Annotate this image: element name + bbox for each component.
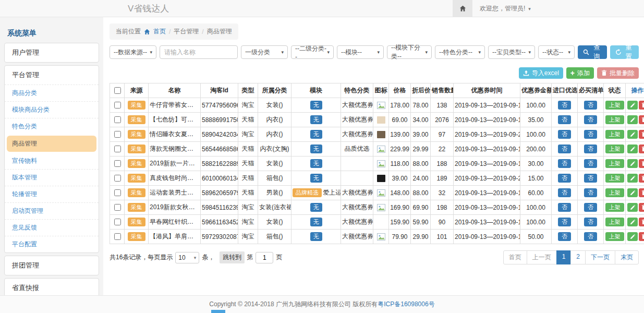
reset-button[interactable]: 重置 [610, 45, 639, 59]
filter-select[interactable]: --模块--▾ [337, 45, 384, 59]
delete-button[interactable] [639, 145, 644, 153]
import-select-toggle[interactable]: 否 [558, 188, 571, 197]
sidebar-group-label[interactable]: 省直快报 [5, 279, 99, 295]
select-all-checkbox[interactable] [114, 87, 121, 94]
edit-button[interactable] [627, 203, 638, 212]
page-button[interactable]: 1 [556, 250, 572, 264]
delete-button[interactable] [639, 159, 644, 168]
row-checkbox[interactable] [114, 219, 121, 225]
search-button[interactable]: 查询 [578, 45, 607, 59]
sidebar-subitem[interactable]: 宣传物料 [5, 153, 99, 169]
status-button[interactable]: 上架 [605, 145, 624, 153]
row-checkbox[interactable] [114, 233, 121, 240]
sidebar-subitem[interactable]: 启动页管理 [5, 202, 99, 219]
import-select-toggle[interactable]: 否 [558, 203, 571, 212]
filter-select[interactable]: --特色分类--▾ [435, 45, 485, 59]
delete-button[interactable] [639, 174, 644, 183]
add-button[interactable]: + 添加 [566, 67, 594, 79]
edit-button[interactable] [627, 218, 638, 226]
must-buy-toggle[interactable]: 否 [584, 218, 597, 226]
filter-select[interactable]: --二级分类--▾ [291, 45, 334, 59]
page-number-input[interactable] [256, 252, 273, 263]
icp-link[interactable]: 粤ICP备16098006号 [378, 300, 434, 309]
sidebar-subitem[interactable]: 轮播管理 [5, 186, 99, 202]
must-buy-toggle[interactable]: 否 [584, 203, 597, 212]
page-button[interactable]: 首页 [503, 250, 527, 264]
status-button[interactable]: 上架 [605, 232, 624, 241]
import-select-toggle[interactable]: 否 [558, 130, 571, 139]
filter-select[interactable]: 一级分类▾ [241, 45, 288, 59]
filter-select[interactable]: --数据来源--▾ [110, 45, 156, 59]
status-button[interactable]: 上架 [605, 159, 624, 168]
name-search-input[interactable] [160, 45, 238, 59]
sidebar-subitem[interactable]: 商品管理 [7, 136, 96, 152]
filter-select[interactable]: --宝贝类型--▾ [488, 45, 535, 59]
edit-button[interactable] [627, 159, 638, 168]
status-button[interactable]: 上架 [605, 174, 624, 183]
home-button[interactable] [453, 0, 472, 17]
breadcrumb-home-link[interactable]: 首页 [153, 27, 166, 36]
per-page-select[interactable]: 10 ▾ [175, 252, 199, 263]
must-buy-toggle[interactable]: 否 [584, 159, 597, 168]
edit-button[interactable] [627, 174, 638, 183]
sidebar-subitem[interactable]: 意见反馈 [5, 219, 99, 236]
row-checkbox[interactable] [114, 175, 121, 182]
edit-button[interactable] [627, 145, 638, 153]
edit-button[interactable] [627, 188, 638, 197]
row-checkbox[interactable] [114, 204, 121, 211]
row-checkbox[interactable] [114, 146, 121, 152]
must-buy-toggle[interactable]: 否 [584, 101, 597, 110]
sidebar-group-label[interactable]: 用户管理 [5, 43, 99, 62]
import-select-toggle[interactable]: 否 [558, 159, 571, 168]
delete-button[interactable] [639, 130, 644, 139]
page-button[interactable]: 下一页 [585, 250, 615, 264]
filter-select[interactable]: --状态--▾ [538, 45, 575, 59]
sidebar-subitem[interactable]: 特色分类 [5, 118, 99, 135]
delete-button[interactable] [639, 188, 644, 197]
row-checkbox[interactable] [114, 116, 121, 123]
page-button[interactable]: 末页 [615, 250, 639, 264]
must-buy-toggle[interactable]: 否 [584, 188, 597, 197]
sidebar-subitem[interactable]: 版本管理 [5, 169, 99, 186]
edit-button[interactable] [627, 232, 638, 241]
edit-button[interactable] [627, 115, 638, 124]
sidebar-subitem[interactable]: 平台配置 [5, 236, 99, 252]
status-button[interactable]: 上架 [605, 130, 624, 139]
filter-select[interactable]: --模块下分类--▾ [387, 45, 432, 59]
batch-delete-button[interactable]: 批量删除 [597, 67, 639, 79]
import-select-toggle[interactable]: 否 [558, 218, 571, 226]
sidebar-subitem[interactable]: 商品分类 [5, 85, 99, 101]
page-button[interactable]: 2 [570, 250, 586, 264]
must-buy-toggle[interactable]: 否 [584, 174, 597, 183]
user-menu[interactable]: 欢迎您，管理员! ▾ [472, 0, 538, 17]
import-select-toggle[interactable]: 否 [558, 145, 571, 153]
import-select-toggle[interactable]: 否 [558, 115, 571, 124]
row-checkbox[interactable] [114, 102, 121, 109]
must-buy-toggle[interactable]: 否 [584, 115, 597, 124]
status-button[interactable]: 上架 [605, 218, 624, 226]
sidebar-group-label[interactable]: 拼团管理 [5, 256, 99, 275]
sidebar-group-label[interactable]: 平台管理 [5, 66, 99, 85]
row-checkbox[interactable] [114, 131, 121, 138]
edit-button[interactable] [627, 130, 638, 139]
delete-button[interactable] [639, 218, 644, 226]
status-button[interactable]: 上架 [605, 203, 624, 212]
must-buy-toggle[interactable]: 否 [584, 130, 597, 139]
import-select-toggle[interactable]: 否 [558, 174, 571, 183]
status-button[interactable]: 上架 [605, 115, 624, 124]
import-select-toggle[interactable]: 否 [558, 232, 571, 241]
jump-to-button[interactable]: 跳转到 [220, 251, 245, 263]
row-checkbox[interactable] [114, 160, 121, 167]
delete-button[interactable] [639, 232, 644, 241]
delete-button[interactable] [639, 101, 644, 110]
must-buy-toggle[interactable]: 否 [584, 232, 597, 241]
page-button[interactable]: 上一页 [527, 250, 557, 264]
import-excel-button[interactable]: 导入excel [519, 67, 563, 79]
delete-button[interactable] [639, 115, 644, 124]
status-button[interactable]: 上架 [605, 188, 624, 197]
must-buy-toggle[interactable]: 否 [584, 145, 597, 153]
sidebar-subitem[interactable]: 模块商品分类 [5, 101, 99, 118]
status-button[interactable]: 上架 [605, 101, 624, 110]
import-select-toggle[interactable]: 否 [558, 101, 571, 110]
delete-button[interactable] [639, 203, 644, 212]
